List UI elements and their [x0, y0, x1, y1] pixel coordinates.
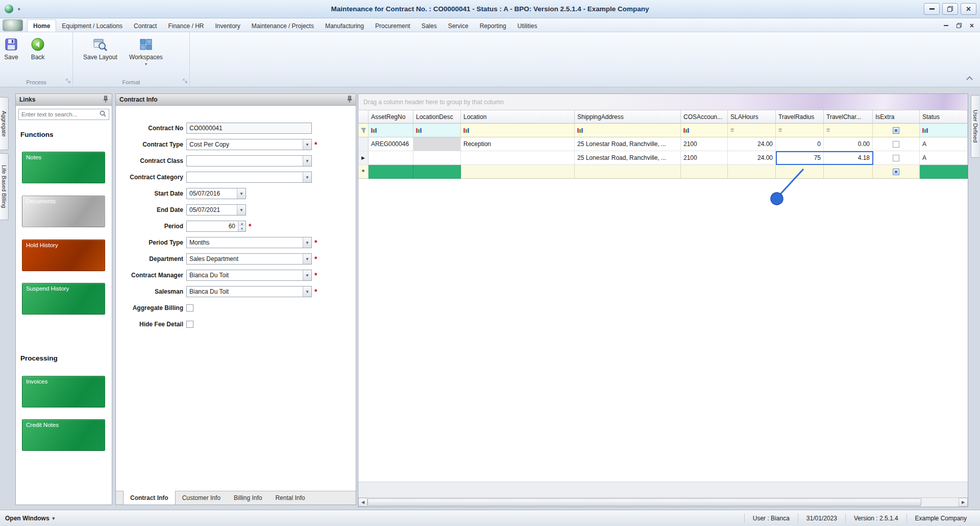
- cell-location[interactable]: Reception: [461, 137, 575, 151]
- bpo-logo[interactable]: [3, 19, 23, 31]
- filter-cell-travelradius[interactable]: =: [776, 124, 824, 137]
- column-header-assetregno[interactable]: AssetRegNo: [369, 110, 413, 124]
- workspaces-button[interactable]: Workspaces ▾: [128, 36, 164, 68]
- tab-reporting[interactable]: Reporting: [474, 20, 512, 32]
- cell-assetregno[interactable]: [369, 151, 413, 165]
- column-header-cosaccount[interactable]: COSAccoun...: [681, 110, 728, 124]
- cell-travelcharge[interactable]: 0.00: [824, 137, 873, 151]
- column-header-shippingaddress[interactable]: ShippingAddress: [575, 110, 681, 124]
- pin-icon[interactable]: [347, 95, 352, 104]
- documents-button[interactable]: Documents: [22, 196, 105, 227]
- filter-cell-status[interactable]: [920, 124, 968, 137]
- notes-button[interactable]: Notes: [22, 152, 105, 183]
- salesman-select[interactable]: Bianca Du Toit ▼: [186, 286, 312, 297]
- filter-cell-shippingaddress[interactable]: [575, 124, 681, 137]
- cell-travelradius[interactable]: 0: [776, 137, 824, 151]
- cell-isextra[interactable]: [873, 137, 920, 151]
- tab-finance-hr[interactable]: Finance / HR: [162, 20, 209, 32]
- tab-service[interactable]: Service: [443, 20, 474, 32]
- cell-location[interactable]: [461, 151, 575, 165]
- cell-cosaccount[interactable]: 2100: [681, 151, 728, 165]
- chevron-down-icon[interactable]: ▼: [303, 270, 311, 280]
- invoices-button[interactable]: Invoices: [22, 376, 105, 408]
- cell-shippingaddress[interactable]: 25 Lonestar Road, Ranchville, ...: [575, 137, 681, 151]
- table-row-selected[interactable]: ▶ 25 Lonestar Road, Ranchville, ... 2100…: [358, 151, 968, 165]
- tab-contract-info[interactable]: Contract Info: [123, 491, 176, 505]
- hold-history-button[interactable]: Hold History: [22, 240, 105, 271]
- cell-travelradius-editing[interactable]: 75: [776, 151, 824, 165]
- chevron-down-icon[interactable]: ▼: [237, 188, 246, 199]
- column-header-isextra[interactable]: IsExtra: [873, 110, 920, 124]
- credit-notes-button[interactable]: Credit Notes: [22, 419, 105, 451]
- tab-utilities[interactable]: Utilities: [512, 20, 543, 32]
- tab-billing-info[interactable]: Billing Info: [227, 491, 268, 505]
- side-tab-life-based-billing[interactable]: Life Based Billing: [0, 153, 9, 220]
- chevron-down-icon[interactable]: ▼: [303, 156, 311, 166]
- filter-cell-location[interactable]: [461, 124, 575, 137]
- start-date-picker[interactable]: 05/07/2016 ▼: [186, 188, 246, 199]
- mdi-restore-icon[interactable]: [957, 23, 962, 28]
- mdi-minimize-icon[interactable]: [944, 25, 948, 26]
- filter-cell-locationdesc[interactable]: [413, 124, 461, 137]
- contract-type-select[interactable]: Cost Per Copy ▼: [186, 139, 312, 150]
- search-icon[interactable]: [100, 110, 106, 118]
- column-header-status[interactable]: Status: [920, 110, 968, 124]
- side-tab-user-defined[interactable]: User Defined: [971, 95, 979, 158]
- back-button[interactable]: Back: [30, 36, 46, 62]
- chevron-down-icon[interactable]: ▼: [237, 205, 246, 215]
- aggregate-billing-checkbox[interactable]: [186, 304, 193, 312]
- chevron-down-icon[interactable]: ▼: [303, 254, 311, 264]
- filter-cell-cosaccount[interactable]: [681, 124, 728, 137]
- cell-status[interactable]: A: [920, 151, 968, 165]
- column-header-slahours[interactable]: SLAHours: [728, 110, 776, 124]
- scroll-left-icon[interactable]: ◀: [358, 498, 368, 507]
- tab-inventory[interactable]: Inventory: [209, 20, 246, 32]
- filter-cell-travelcharge[interactable]: =: [824, 124, 873, 137]
- cell-travelcharge-new[interactable]: [824, 165, 873, 179]
- period-type-select[interactable]: Months ▼: [186, 237, 312, 248]
- format-dialog-launcher-icon[interactable]: [183, 78, 187, 85]
- cell-shippingaddress[interactable]: 25 Lonestar Road, Ranchville, ...: [575, 151, 681, 165]
- hide-fee-detail-checkbox[interactable]: [186, 321, 193, 328]
- isextra-checkbox[interactable]: [893, 155, 899, 161]
- tab-rental-info[interactable]: Rental Info: [268, 491, 311, 505]
- cell-isextra[interactable]: [873, 151, 920, 165]
- cell-status[interactable]: A: [920, 137, 968, 151]
- filter-cell-slahours[interactable]: =: [728, 124, 776, 137]
- column-header-travelradius[interactable]: TravelRadius: [776, 110, 824, 124]
- cell-slahours-new[interactable]: [728, 165, 776, 179]
- tab-maintenance-projects[interactable]: Maintenance / Projects: [246, 20, 320, 32]
- cell-slahours[interactable]: 24.00: [728, 151, 776, 165]
- cell-isextra-new[interactable]: [873, 165, 920, 179]
- filter-cell-isextra[interactable]: [873, 124, 920, 137]
- restore-button[interactable]: [942, 3, 958, 15]
- cell-travelradius-new[interactable]: [776, 165, 824, 179]
- open-windows-button[interactable]: Open Windows ▾: [5, 515, 55, 522]
- tab-sales[interactable]: Sales: [416, 20, 443, 32]
- column-header-locationdesc[interactable]: LocationDesc: [413, 110, 461, 124]
- isextra-checkbox[interactable]: [893, 141, 899, 148]
- chevron-down-icon[interactable]: ▼: [303, 237, 311, 248]
- scrollbar-thumb[interactable]: [368, 498, 921, 506]
- tab-procurement[interactable]: Procurement: [370, 20, 416, 32]
- chevron-down-icon[interactable]: ▼: [303, 286, 311, 297]
- group-by-band[interactable]: Drag a column header here to group by th…: [358, 94, 968, 110]
- minimize-button[interactable]: [924, 3, 940, 15]
- cell-locationdesc[interactable]: [413, 137, 461, 151]
- contract-no-field[interactable]: CO0000041: [186, 123, 312, 134]
- spin-up-icon[interactable]: ▲: [238, 221, 246, 226]
- new-row[interactable]: *: [358, 165, 968, 179]
- cell-shippingaddress-new[interactable]: [575, 165, 681, 179]
- tab-manufacturing[interactable]: Manufacturing: [320, 20, 370, 32]
- cell-cosaccount-new[interactable]: [681, 165, 728, 179]
- cell-assetregno-new[interactable]: [369, 165, 413, 179]
- horizontal-scrollbar[interactable]: ◀ ▶: [358, 497, 968, 507]
- suspend-history-button[interactable]: Suspend History: [22, 283, 105, 315]
- cell-slahours[interactable]: 24.00: [728, 137, 776, 151]
- cell-travelcharge[interactable]: 4.18: [824, 151, 873, 165]
- end-date-picker[interactable]: 05/07/2021 ▼: [186, 204, 246, 216]
- column-header-location[interactable]: Location: [461, 110, 575, 124]
- cell-locationdesc-new[interactable]: [413, 165, 461, 179]
- scroll-right-icon[interactable]: ▶: [959, 498, 968, 507]
- chevron-down-icon[interactable]: ▼: [303, 139, 311, 150]
